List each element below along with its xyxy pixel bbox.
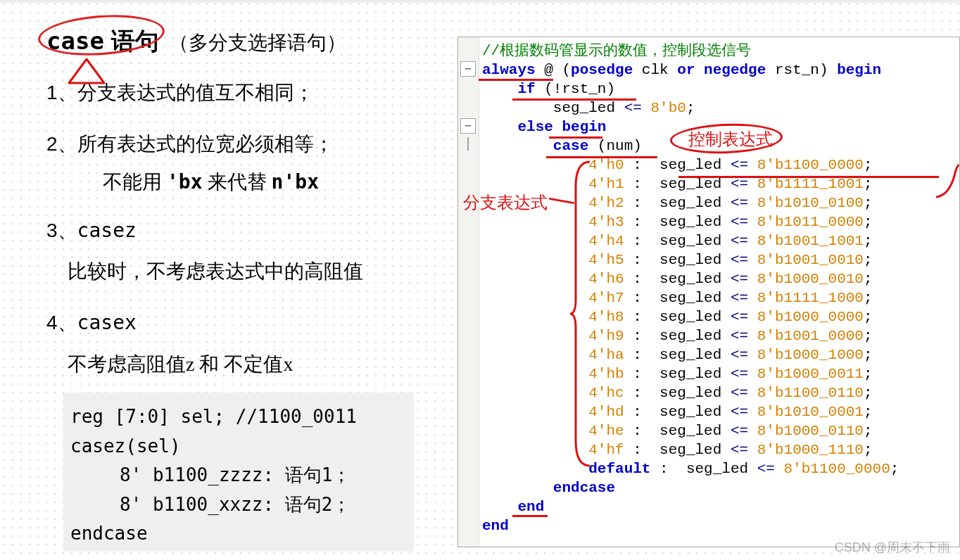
watermark: CSDN @周末不下雨 xyxy=(835,539,950,556)
code-content: //根据数码管显示的数值，控制段选信号 always @ (posedge cl… xyxy=(479,37,959,547)
point-2-sub: 不能用 'bx 来代替 n'bx xyxy=(103,169,436,196)
example-line-2: casez(sel) xyxy=(70,432,407,462)
example-line-1: reg [7:0] sel; //1100_0011 xyxy=(70,402,407,432)
example-line-4: 8' b1100_xxzz: 语句2； xyxy=(70,490,407,520)
page-title: case语句 （多分支选择语句） xyxy=(46,25,436,58)
fold-icon[interactable]: − xyxy=(460,118,476,134)
fold-icon[interactable]: − xyxy=(460,61,476,77)
code-editor: − − ⎮ //根据数码管显示的数值，控制段选信号 always @ (pose… xyxy=(457,37,960,547)
title-code: case xyxy=(46,27,104,55)
point-4-note: 不考虑高阻值z 和 不定值x xyxy=(68,349,436,381)
point-3: 3、casez xyxy=(46,215,436,247)
point-4: 4、casex xyxy=(46,307,436,339)
code-comment: //根据数码管显示的数值，控制段选信号 xyxy=(482,43,751,59)
fold-guide-icon: ⎮ xyxy=(460,137,476,153)
point-3-note: 比较时，不考虑表达式中的高阻值 xyxy=(68,256,436,288)
point-1: 1、分支表达式的值互不相同； xyxy=(46,77,436,109)
title-cn: 语句 xyxy=(111,25,159,58)
example-line-5: endcase xyxy=(70,519,407,549)
title-sub: （多分支选择语句） xyxy=(169,30,346,56)
example-line-3: 8' b1100_zzzz: 语句1； xyxy=(70,461,407,490)
editor-gutter: − − ⎮ xyxy=(458,37,479,547)
example-code-box: reg [7:0] sel; //1100_0011 casez(sel) 8'… xyxy=(63,393,414,552)
point-2: 2、所有表达式的位宽必须相等； xyxy=(46,129,436,160)
